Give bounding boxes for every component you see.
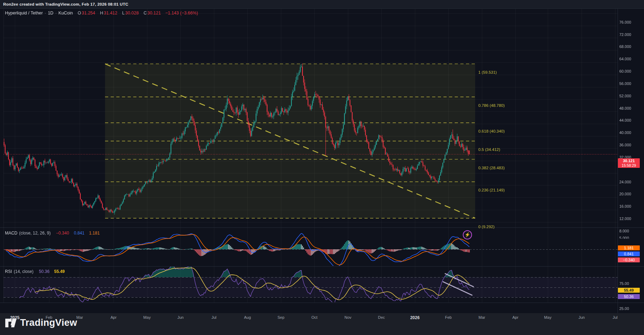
price-axis-partial-tick: 5.000 <box>619 236 629 239</box>
fib-level-label: 0.618 (40.340) <box>478 129 505 133</box>
time-axis-tick: Jun <box>578 315 585 319</box>
price-axis-tick: 8.000 <box>619 229 629 233</box>
price-axis-tick: 48.000 <box>619 106 631 110</box>
lightning-icon[interactable]: ⚡ <box>463 230 472 239</box>
fib-level-label: 0.382 (28.483) <box>478 166 505 170</box>
time-axis-tick: Feb <box>46 315 53 319</box>
macd-signal-value: 1.181 <box>89 231 100 236</box>
time-axis-tick: Jul <box>211 315 216 319</box>
close-label: C <box>143 11 147 16</box>
rsi-line-value: 50.36 <box>39 269 49 274</box>
watermark-bar: Ron2ee created with TradingView.com, Feb… <box>0 0 644 9</box>
price-axis-tick: 68.000 <box>619 44 631 49</box>
symbol-legend[interactable]: Hyperliquid / Tether·1D·KuCoin O31.254 H… <box>5 11 198 16</box>
macd-hist-value: −0.340 <box>56 231 69 236</box>
rsi-name[interactable]: RSI <box>5 269 12 274</box>
fib-level-label: 0 (9.292) <box>478 225 495 229</box>
time-axis-tick: Jul <box>613 315 618 319</box>
time-axis-tick: Nov <box>344 315 351 319</box>
fib-level-label: 0.236 (21.149) <box>478 188 505 192</box>
time-axis-tick: Feb <box>445 315 452 319</box>
fib-level-label: 1 (59.531) <box>478 70 497 74</box>
macd-params: (close, 12, 26, 9) <box>19 231 50 236</box>
low-value: 30.028 <box>125 11 139 16</box>
price-axis-tick: 64.000 <box>619 57 631 61</box>
price-axis-tick: 76.000 <box>619 20 631 24</box>
price-axis-tick: 24.000 <box>619 180 631 184</box>
macd-line-axis-label: 0.841 <box>618 251 640 256</box>
tradingview-screenshot: Ron2ee created with TradingView.com, Feb… <box>0 0 644 335</box>
chart-area: Hyperliquid / Tether·1D·KuCoin O31.254 H… <box>0 9 644 313</box>
open-label: O <box>78 11 81 16</box>
price-axis-tick: 52.000 <box>619 94 631 98</box>
close-value: 30.121 <box>147 11 161 16</box>
price-axis-tick: 12.000 <box>619 217 631 221</box>
fib-level-label: 0.5 (34.412) <box>478 147 500 152</box>
macd-legend[interactable]: MACD(close, 12, 26, 9) −0.340 0.841 1.18… <box>5 231 100 236</box>
time-axis-tick: May <box>544 315 552 319</box>
macd-hist-axis-label: −0.340 <box>618 257 640 262</box>
symbol-title[interactable]: Hyperliquid / Tether <box>5 11 43 16</box>
price-axis-tick: 56.000 <box>619 81 631 86</box>
rsi-line-axis-label: 50.36 <box>618 294 640 299</box>
interval-label[interactable]: 1D <box>48 11 54 16</box>
rsi-ma-value: 55.49 <box>54 269 65 274</box>
price-axis-tick: 40.000 <box>619 130 631 135</box>
price-axis-tick: 36.000 <box>619 143 631 147</box>
time-axis-tick: Apr <box>110 315 116 319</box>
exchange-label: KuCoin <box>59 11 73 16</box>
lightning-glyph: ⚡ <box>465 232 470 237</box>
high-label: H <box>100 11 103 16</box>
time-axis-tick: Oct <box>311 315 317 319</box>
macd-line-value: 0.841 <box>74 231 84 236</box>
fib-level-label: 0.786 (48.780) <box>478 103 505 108</box>
macd-signal-axis-label: 1.181 <box>618 245 640 250</box>
high-value: 31.412 <box>104 11 117 16</box>
low-label: L <box>122 11 124 16</box>
price-axis-tick: 44.000 <box>619 118 631 122</box>
time-axis-tick: Mar <box>76 315 83 319</box>
current-price-label: 30.121 15:58:29 <box>618 158 640 168</box>
time-axis-tick: Dec <box>378 315 385 319</box>
rsi-axis-tick-top: 75.00 <box>619 281 629 286</box>
time-axis-tick: Aug <box>244 315 251 319</box>
time-axis-tick: 2026 <box>410 315 420 320</box>
chart-canvas[interactable] <box>0 9 644 313</box>
bar-countdown: 15:58:29 <box>618 163 640 168</box>
change-value: −1.143 (−3.66%) <box>165 11 198 16</box>
price-axis-tick: 20.000 <box>619 192 631 196</box>
time-axis-tick: Sep <box>277 315 284 319</box>
time-axis-tick: 2025 <box>10 315 20 320</box>
price-axis-tick: 72.000 <box>619 32 631 37</box>
time-axis-tick: Mar <box>479 315 485 319</box>
time-axis-tick: May <box>143 315 151 319</box>
time-axis-tick: Jun <box>177 315 184 319</box>
rsi-ma-axis-label: 55.49 <box>618 288 640 293</box>
price-axis-tick: 16.000 <box>619 204 631 208</box>
current-price-value: 30.121 <box>618 159 640 163</box>
rsi-legend[interactable]: RSI(14, close) 50.36 55.49 <box>5 269 65 274</box>
legend-separator: · <box>44 11 46 16</box>
watermark-text: Ron2ee created with TradingView.com, Feb… <box>3 2 128 6</box>
time-axis-tick: Apr <box>512 315 518 319</box>
macd-name[interactable]: MACD <box>5 231 17 236</box>
open-value: 31.254 <box>82 11 95 16</box>
rsi-axis-tick-bottom: 25.00 <box>619 306 629 311</box>
price-axis-tick: 60.000 <box>619 69 631 73</box>
legend-separator: · <box>55 11 57 16</box>
rsi-params: (14, close) <box>14 269 33 274</box>
